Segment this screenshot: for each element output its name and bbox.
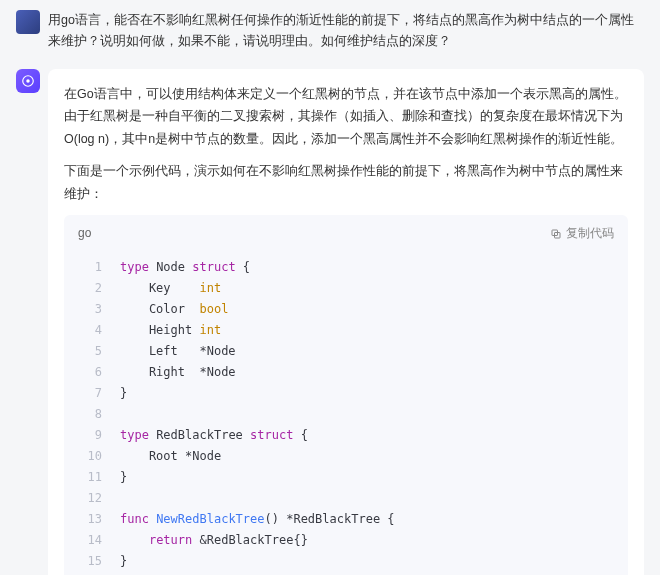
copy-button[interactable]: 复制代码 [550,223,614,244]
chat-container: 用go语言，能否在不影响红黑树任何操作的渐近性能的前提下，将结点的黑高作为树中结… [0,0,660,575]
copy-icon [550,228,562,240]
svg-point-1 [26,79,30,83]
code-lang: go [78,223,91,245]
user-message: 用go语言，能否在不影响红黑树任何操作的渐近性能的前提下，将结点的黑高作为树中结… [16,10,644,53]
user-text: 用go语言，能否在不影响红黑树任何操作的渐近性能的前提下，将结点的黑高作为树中结… [48,10,644,53]
ai-content: 在Go语言中，可以使用结构体来定义一个红黑树的节点，并在该节点中添加一个表示黑高… [48,69,644,576]
user-avatar [16,10,40,34]
ai-avatar [16,69,40,93]
copy-label: 复制代码 [566,223,614,244]
answer-para-2: 下面是一个示例代码，演示如何在不影响红黑树操作性能的前提下，将黑高作为树中节点的… [64,160,628,205]
code-header: go 复制代码 [64,215,628,253]
answer-para-1: 在Go语言中，可以使用结构体来定义一个红黑树的节点，并在该节点中添加一个表示黑高… [64,83,628,151]
ai-logo-icon [21,74,35,88]
code-body: 1type Node struct { 2 Key int 3 Color bo… [64,253,628,575]
ai-message: 在Go语言中，可以使用结构体来定义一个红黑树的节点，并在该节点中添加一个表示黑高… [16,69,644,576]
code-block: go 复制代码 1type Node struct { 2 Key int 3 … [64,215,628,575]
